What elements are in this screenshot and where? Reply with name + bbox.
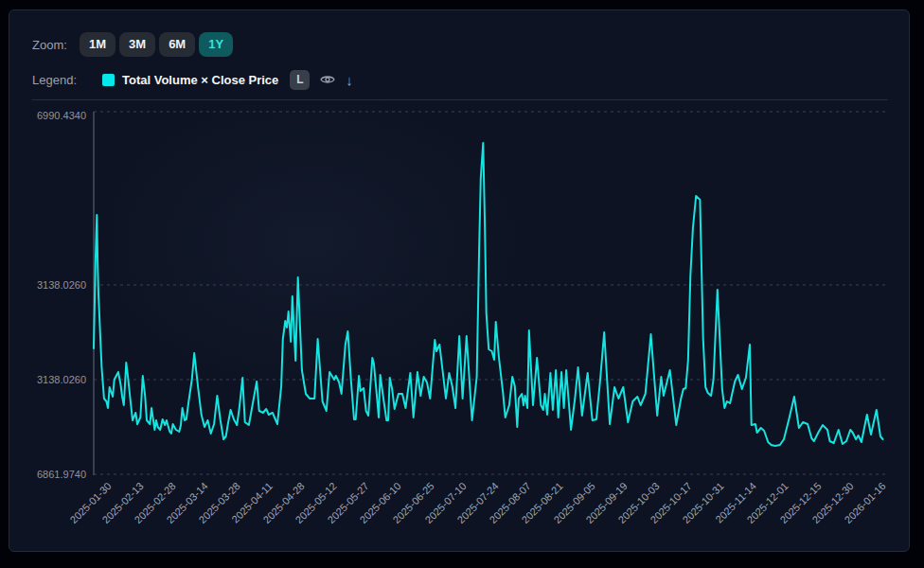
y-tick-label: 6861.9740 bbox=[37, 468, 86, 481]
y-tick-label: 3138.0260 bbox=[37, 373, 86, 386]
y-tick-label: 6990.4340 bbox=[37, 109, 86, 122]
y-tick-label: 3138.0260 bbox=[37, 278, 86, 292]
chart-plot bbox=[9, 10, 911, 553]
series-line bbox=[94, 143, 883, 446]
chart-panel: Zoom: 1M3M6M1Y Legend: Total Volume × Cl… bbox=[9, 9, 910, 552]
